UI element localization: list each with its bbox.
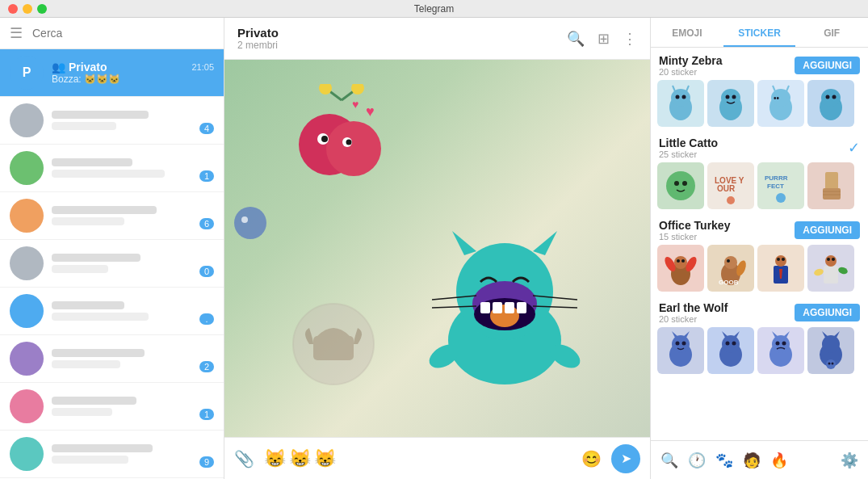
tab-emoji[interactable]: EMOJI <box>651 18 723 47</box>
svg-point-106 <box>822 335 840 353</box>
list-item[interactable]: 1 <box>0 145 224 192</box>
blurred-preview <box>52 313 149 321</box>
footer-search-icon[interactable]: 🔍 <box>660 452 678 469</box>
emoji-picker-icon[interactable]: 😊 <box>581 449 602 468</box>
svg-text:PURRR: PURRR <box>765 174 788 182</box>
list-item[interactable]: . <box>0 288 224 335</box>
svg-point-50 <box>826 95 830 99</box>
add-office-turkey-button[interactable]: AGGIUNGI <box>795 221 860 239</box>
section-office-turkey: Office Turkey 15 sticker AGGIUNGI <box>657 219 862 292</box>
chat-area: Privato 2 membri 🔍 ⊞ ⋮ <box>224 18 650 479</box>
svg-marker-101 <box>772 331 778 338</box>
svg-marker-96 <box>733 331 740 338</box>
blurred-preview <box>52 360 120 368</box>
sticker-panel-footer: 🔍 🕐 🐾 🧑 🔥 ⚙️ <box>651 440 868 479</box>
svg-point-60 <box>776 193 786 203</box>
list-item[interactable]: 6 <box>0 192 224 240</box>
section-info: Minty Zebra 20 sticker <box>659 54 723 77</box>
blurred-preview <box>52 265 108 273</box>
sticker-item[interactable] <box>657 245 704 292</box>
blurred-name <box>52 301 124 309</box>
search-icon[interactable]: 🔍 <box>567 30 585 48</box>
svg-line-46 <box>786 86 789 91</box>
list-item[interactable]: 1 <box>0 383 224 431</box>
svg-point-32 <box>241 216 248 223</box>
svg-rect-22 <box>517 302 526 313</box>
send-button[interactable]: ➤ <box>611 444 640 473</box>
sticker-item[interactable] <box>657 162 704 209</box>
cherry-sticker-left: ♥ ♥ <box>289 84 394 213</box>
svg-text:♥: ♥ <box>352 98 359 111</box>
sticker-item[interactable] <box>707 327 754 374</box>
avatar <box>10 246 44 280</box>
footer-settings-icon[interactable]: ⚙️ <box>841 452 858 469</box>
svg-text:GOOB: GOOB <box>719 279 739 286</box>
svg-point-86 <box>832 258 835 261</box>
more-icon[interactable]: ⋮ <box>623 30 637 48</box>
list-item[interactable]: 4 <box>0 97 224 145</box>
tab-gif[interactable]: GIF <box>795 18 868 47</box>
chat-badge: 9 <box>199 456 214 468</box>
chat-list: P 👥 Privato 21:05 Bozza: 🐱🐱🐱 <box>0 49 224 479</box>
svg-point-31 <box>234 207 266 239</box>
svg-point-51 <box>832 95 837 99</box>
add-minty-zebra-button[interactable]: AGGIUNGI <box>795 57 860 74</box>
svg-rect-19 <box>480 302 490 313</box>
search-input[interactable] <box>32 27 214 40</box>
svg-point-82 <box>825 255 837 267</box>
chat-preview: Bozza: 🐱🐱🐱 <box>52 74 181 85</box>
sticker-item[interactable] <box>757 327 804 374</box>
stickers-row: LOVE Y OUR PURRR FECT <box>657 162 862 209</box>
list-item[interactable]: 0 <box>0 240 224 288</box>
minimize-button[interactable] <box>23 4 32 14</box>
svg-point-75 <box>727 259 730 263</box>
add-earl-wolf-button[interactable]: AGGIUNGI <box>795 304 860 321</box>
svg-point-38 <box>682 95 686 99</box>
svg-point-57 <box>727 196 735 204</box>
chat-info <box>52 347 214 370</box>
sticker-item[interactable]: GOOB <box>707 245 754 292</box>
svg-point-49 <box>821 89 841 107</box>
list-item[interactable]: 9 <box>0 431 224 478</box>
title-bar: Telegram <box>0 0 868 18</box>
chat-info <box>52 300 214 322</box>
section-header: Little Catto 25 sticker ✓ <box>657 137 862 159</box>
tab-sticker[interactable]: STICKER <box>723 18 796 47</box>
svg-rect-21 <box>505 302 514 313</box>
chat-item-privato[interactable]: P 👥 Privato 21:05 Bozza: 🐱🐱🐱 <box>0 49 224 97</box>
sticker-item[interactable] <box>657 80 704 127</box>
svg-point-9 <box>346 140 352 145</box>
hamburger-icon[interactable]: ☰ <box>10 24 23 42</box>
sticker-item[interactable] <box>757 245 804 292</box>
close-button[interactable] <box>8 4 18 14</box>
columns-icon[interactable]: ⊞ <box>598 30 610 48</box>
footer-fire-icon[interactable]: 🔥 <box>770 452 788 469</box>
sticker-item[interactable] <box>807 80 854 127</box>
list-item[interactable]: 2 <box>0 335 224 383</box>
svg-rect-62 <box>823 188 841 200</box>
blurred-name <box>52 254 140 262</box>
svg-marker-95 <box>722 331 728 338</box>
chat-badge: . <box>199 313 214 325</box>
sticker-item[interactable] <box>807 327 854 374</box>
stickers-row: GOOB <box>657 245 862 292</box>
footer-paw-icon[interactable]: 🐾 <box>715 452 733 469</box>
svg-marker-90 <box>683 331 690 338</box>
sticker-item[interactable]: •• <box>757 80 804 127</box>
blurred-name <box>52 206 157 214</box>
footer-person-icon[interactable]: 🧑 <box>743 452 761 469</box>
sticker-item[interactable] <box>807 162 854 209</box>
stickers-row <box>657 327 862 374</box>
maximize-button[interactable] <box>37 4 47 14</box>
sticker-item[interactable] <box>807 245 854 292</box>
chat-badge: 4 <box>199 123 214 134</box>
sticker-item[interactable]: LOVE Y OUR <box>707 162 754 209</box>
circle-medallion-sticker <box>289 300 378 389</box>
avatar <box>10 199 44 233</box>
attachment-icon[interactable]: 📎 <box>234 449 254 468</box>
sticker-item[interactable]: PURRR FECT <box>757 162 804 209</box>
footer-recent-icon[interactable]: 🕐 <box>688 452 706 469</box>
svg-point-111 <box>832 363 834 365</box>
sticker-item[interactable] <box>657 327 704 374</box>
sticker-item[interactable] <box>707 80 754 127</box>
